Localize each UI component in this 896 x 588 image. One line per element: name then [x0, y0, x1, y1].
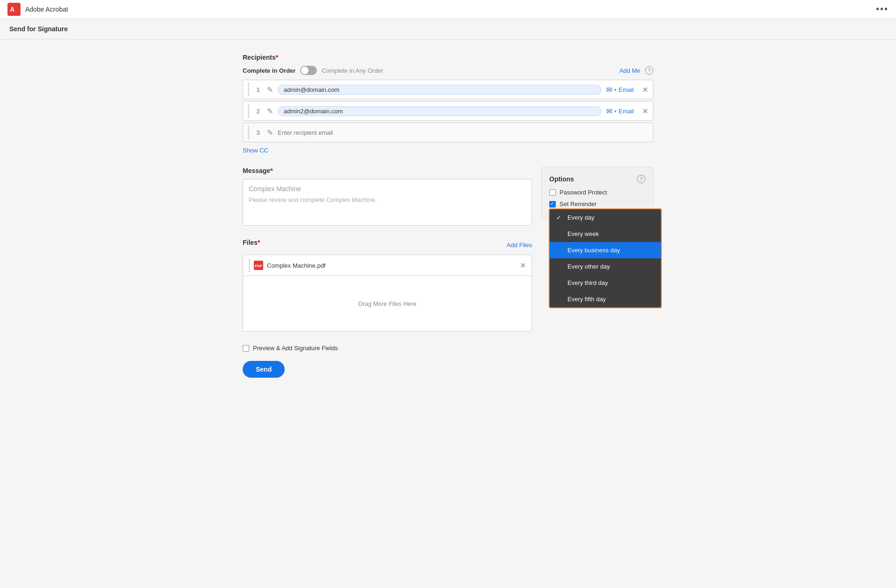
message-files-col: Message* Complex Machine Please review a…: [243, 167, 532, 345]
remove-file-button[interactable]: ✕: [520, 261, 526, 270]
recipient-row: 2 ✎ admin2@domain.com ✉ ▾ Email ✕: [243, 101, 653, 121]
recipient-email-1[interactable]: admin@domain.com: [278, 85, 602, 95]
page-title: Send for Signature: [9, 25, 68, 33]
pen-icon-2: ✎: [267, 107, 273, 116]
checkmark-every-third-day: [556, 279, 564, 286]
recipient-row-empty: 3 ✎: [243, 123, 653, 142]
set-reminder-option[interactable]: Set Reminder ✓ Every day Every week Ever…: [549, 201, 645, 208]
recipients-section: Recipients* Complete in Order Complete i…: [243, 54, 653, 154]
message-body: Please review and complete Complex Machi…: [249, 196, 526, 203]
recipients-label: Recipients*: [243, 54, 653, 61]
recipient-email-2[interactable]: admin2@domain.com: [278, 106, 602, 116]
checkmark-every-fifth-day: [556, 296, 564, 303]
pen-icon-1: ✎: [267, 85, 273, 94]
add-me-button[interactable]: Add Me: [619, 67, 640, 74]
pdf-icon: PDF: [254, 261, 263, 270]
dropdown-item-every-fifth-day[interactable]: Every fifth day: [550, 291, 661, 307]
preview-checkbox[interactable]: [243, 345, 249, 352]
app-name: Adobe Acrobat: [25, 6, 68, 13]
main-content: Recipients* Complete in Order Complete i…: [224, 54, 672, 378]
drag-handle-3[interactable]: [248, 126, 249, 139]
dropdown-label-every-third-day: Every third day: [567, 279, 608, 286]
drag-drop-zone[interactable]: Drag More Files Here: [243, 276, 532, 332]
dropdown-label-every-day: Every day: [567, 214, 595, 221]
recipient-num-1: 1: [254, 86, 262, 93]
set-reminder-checkbox[interactable]: [549, 201, 556, 208]
preview-row: Preview & Add Signature Fields: [243, 345, 653, 352]
set-reminder-label: Set Reminder: [560, 201, 596, 208]
order-toggle[interactable]: [300, 66, 317, 75]
email-type-label-1: Email: [618, 86, 634, 93]
password-protect-checkbox[interactable]: [549, 189, 556, 196]
envelope-icon-1: ✉: [606, 85, 612, 94]
complete-in-order-label: Complete in Order: [243, 67, 295, 74]
drag-handle-2[interactable]: [248, 104, 249, 118]
options-title: Options: [549, 175, 574, 183]
dropdown-item-every-day[interactable]: ✓ Every day: [550, 209, 661, 226]
message-label: Message*: [243, 167, 532, 174]
reminder-dropdown: ✓ Every day Every week Every business da…: [549, 208, 662, 308]
password-protect-option[interactable]: Password Protect: [549, 189, 645, 196]
chevron-down-2: ▾: [614, 109, 616, 114]
dropdown-item-every-other-day[interactable]: Every other day: [550, 258, 661, 275]
pen-icon-3: ✎: [267, 128, 273, 137]
recipients-help-icon[interactable]: ?: [645, 66, 653, 75]
svg-text:A: A: [10, 6, 14, 13]
file-drag-handle[interactable]: [249, 259, 250, 272]
files-section: Files* Add Files PDF Complex Machine.pdf…: [243, 239, 532, 332]
options-help-icon[interactable]: ?: [637, 175, 645, 183]
svg-text:PDF: PDF: [255, 264, 262, 268]
remove-recipient-1[interactable]: ✕: [642, 85, 648, 94]
remove-recipient-2[interactable]: ✕: [642, 107, 648, 116]
add-files-button[interactable]: Add Files: [507, 242, 532, 249]
recipient-email-input-3[interactable]: [278, 129, 648, 136]
show-cc-button[interactable]: Show CC: [243, 147, 268, 154]
preview-label: Preview & Add Signature Fields: [253, 345, 338, 352]
page-header: Send for Signature: [0, 19, 896, 40]
dropdown-label-every-business-day: Every business day: [567, 247, 620, 254]
envelope-icon-2: ✉: [606, 107, 612, 116]
chevron-down-1: ▾: [614, 87, 616, 92]
title-bar-left: A Adobe Acrobat: [7, 3, 68, 16]
checkmark-every-day: ✓: [556, 214, 564, 221]
checkmark-every-business-day: [556, 247, 564, 254]
email-type-label-2: Email: [618, 108, 634, 115]
order-row: Complete in Order Complete in Any Order …: [243, 66, 653, 75]
files-header: Files* Add Files: [243, 239, 532, 251]
recipient-num-3: 3: [254, 129, 262, 136]
drag-label: Drag More Files Here: [358, 300, 416, 307]
checkmark-every-week: [556, 230, 564, 237]
files-label: Files*: [243, 239, 260, 246]
file-name: Complex Machine.pdf: [267, 262, 512, 269]
dropdown-label-every-fifth-day: Every fifth day: [567, 296, 606, 303]
options-header: Options ?: [549, 175, 645, 183]
message-title: Complex Machine: [249, 185, 526, 193]
email-type-1[interactable]: ✉ ▾ Email: [606, 85, 634, 94]
drag-handle-1[interactable]: [248, 83, 249, 96]
message-section: Message* Complex Machine Please review a…: [243, 167, 532, 226]
options-panel: Options ? Password Protect Set Reminder …: [541, 167, 653, 220]
send-button[interactable]: Send: [243, 361, 285, 378]
more-options-icon[interactable]: •••: [876, 4, 889, 14]
checkmark-every-other-day: [556, 263, 564, 270]
message-options-row: Message* Complex Machine Please review a…: [243, 167, 653, 345]
recipient-row: 1 ✎ admin@domain.com ✉ ▾ Email ✕: [243, 80, 653, 99]
title-bar: A Adobe Acrobat •••: [0, 0, 896, 19]
acrobat-logo-icon: A: [7, 3, 21, 16]
dropdown-label-every-other-day: Every other day: [567, 263, 610, 270]
password-protect-label: Password Protect: [560, 189, 607, 196]
email-type-2[interactable]: ✉ ▾ Email: [606, 107, 634, 116]
complete-any-order-label: Complete in Any Order: [322, 67, 383, 74]
message-box[interactable]: Complex Machine Please review and comple…: [243, 179, 532, 226]
dropdown-label-every-week: Every week: [567, 230, 599, 237]
recipient-num-2: 2: [254, 108, 262, 115]
dropdown-item-every-business-day[interactable]: Every business day: [550, 242, 661, 258]
dropdown-item-every-week[interactable]: Every week: [550, 226, 661, 242]
file-row: PDF Complex Machine.pdf ✕: [243, 255, 532, 276]
dropdown-item-every-third-day[interactable]: Every third day: [550, 275, 661, 291]
